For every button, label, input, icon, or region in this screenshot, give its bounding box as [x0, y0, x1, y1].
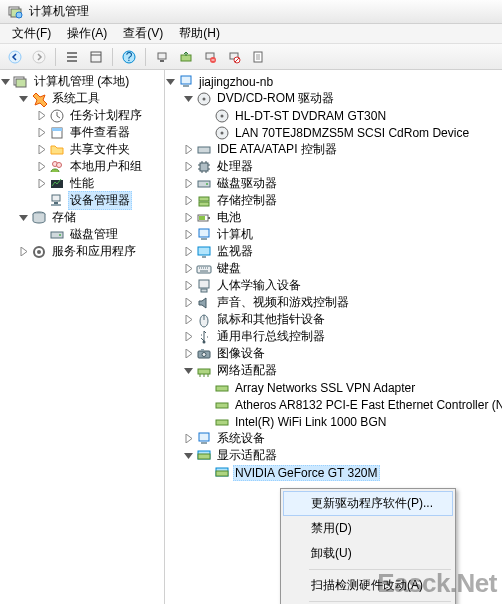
ctx-uninstall[interactable]: 卸载(U) — [283, 541, 453, 566]
back-button[interactable] — [4, 46, 26, 68]
tree-label: Array Networks SSL VPN Adapter — [233, 380, 417, 396]
disk-icon — [49, 227, 65, 243]
ctx-disable[interactable]: 禁用(D) — [283, 516, 453, 541]
up-button[interactable] — [61, 46, 83, 68]
nic-icon — [214, 397, 230, 413]
dev-battery[interactable]: 电池 — [165, 209, 502, 226]
tree-device-manager[interactable]: 设备管理器 — [0, 192, 164, 209]
network-icon — [196, 363, 212, 379]
dev-disk[interactable]: 磁盘驱动器 — [165, 175, 502, 192]
svg-text:?: ? — [126, 50, 133, 64]
storage-icon — [31, 210, 47, 226]
monitor-icon — [196, 244, 212, 260]
svg-rect-26 — [51, 204, 61, 206]
scan-button[interactable] — [151, 46, 173, 68]
svg-point-4 — [33, 51, 45, 63]
dev-monitor[interactable]: 监视器 — [165, 243, 502, 260]
tree-services[interactable]: 服务和应用程序 — [0, 243, 164, 260]
tree-root[interactable]: 计算机管理 (本地) — [0, 73, 164, 90]
svg-rect-53 — [197, 266, 211, 273]
svg-point-22 — [57, 162, 62, 167]
tree-label: Intel(R) WiFi Link 1000 BGN — [233, 414, 388, 430]
dev-keyboard[interactable]: 键盘 — [165, 260, 502, 277]
cpu-icon — [196, 159, 212, 175]
uninstall-button[interactable] — [199, 46, 221, 68]
dev-imaging[interactable]: 图像设备 — [165, 345, 502, 362]
svg-point-2 — [16, 12, 22, 18]
usb-icon — [196, 329, 212, 345]
dev-system[interactable]: 系统设备 — [165, 430, 502, 447]
ctx-update-driver[interactable]: 更新驱动程序软件(P)... — [283, 491, 453, 516]
dev-dvd-2[interactable]: LAN 70TEJ8DMZS5M SCSI CdRom Device — [165, 124, 502, 141]
tree-task-scheduler[interactable]: 任务计划程序 — [0, 107, 164, 124]
tree-label: 服务和应用程序 — [50, 242, 138, 261]
update-driver-button[interactable] — [175, 46, 197, 68]
management-tree[interactable]: 计算机管理 (本地) 系统工具 任务计划程序 事件查看器 共享文件夹 本地用户和… — [0, 73, 164, 260]
dev-mouse[interactable]: 鼠标和其他指针设备 — [165, 311, 502, 328]
svg-rect-61 — [198, 369, 210, 374]
dev-net-1[interactable]: Array Networks SSL VPN Adapter — [165, 379, 502, 396]
dev-storage-ctrl[interactable]: 存储控制器 — [165, 192, 502, 209]
dev-computer[interactable]: 计算机 — [165, 226, 502, 243]
dev-net-3[interactable]: Intel(R) WiFi Link 1000 BGN — [165, 413, 502, 430]
tree-event-viewer[interactable]: 事件查看器 — [0, 124, 164, 141]
separator — [145, 48, 146, 66]
dev-cpu[interactable]: 处理器 — [165, 158, 502, 175]
svg-rect-45 — [199, 202, 209, 206]
details-button[interactable] — [85, 46, 107, 68]
svg-rect-70 — [216, 471, 228, 476]
menu-view[interactable]: 查看(V) — [115, 23, 171, 44]
tree-system-tools[interactable]: 系统工具 — [0, 90, 164, 107]
forward-button[interactable] — [28, 46, 50, 68]
left-pane: 计算机管理 (本地) 系统工具 任务计划程序 事件查看器 共享文件夹 本地用户和… — [0, 70, 165, 604]
right-pane: jiajingzhou-nb DVD/CD-ROM 驱动器 HL-DT-ST D… — [165, 70, 502, 604]
dev-display[interactable]: 显示适配器 — [165, 447, 502, 464]
dev-hid[interactable]: 人体学输入设备 — [165, 277, 502, 294]
tree-storage[interactable]: 存储 — [0, 209, 164, 226]
dev-sound[interactable]: 声音、视频和游戏控制器 — [165, 294, 502, 311]
dev-network[interactable]: 网络适配器 — [165, 362, 502, 379]
svg-point-29 — [59, 234, 61, 236]
event-icon — [49, 125, 65, 141]
tree-label: jiajingzhou-nb — [197, 74, 275, 90]
users-icon — [49, 159, 65, 175]
menubar: 文件(F) 操作(A) 查看(V) 帮助(H) — [0, 24, 502, 44]
svg-rect-25 — [54, 202, 58, 204]
svg-rect-48 — [199, 216, 205, 220]
dev-dvd[interactable]: DVD/CD-ROM 驱动器 — [165, 90, 502, 107]
svg-rect-64 — [216, 420, 228, 425]
tree-label: 显示适配器 — [215, 446, 279, 465]
dev-gpu[interactable]: NVIDIA GeForce GT 320M — [165, 464, 502, 481]
menu-file[interactable]: 文件(F) — [4, 23, 59, 44]
svg-point-39 — [221, 131, 224, 134]
tree-performance[interactable]: 性能 — [0, 175, 164, 192]
computer-mgmt-icon — [13, 74, 29, 90]
disable-button[interactable] — [223, 46, 245, 68]
properties-button[interactable] — [247, 46, 269, 68]
tree-label: NVIDIA GeForce GT 320M — [233, 465, 380, 481]
tree-local-users[interactable]: 本地用户和组 — [0, 158, 164, 175]
svg-rect-42 — [198, 181, 210, 187]
svg-rect-8 — [158, 53, 166, 59]
menu-help[interactable]: 帮助(H) — [171, 23, 228, 44]
menu-action[interactable]: 操作(A) — [59, 23, 115, 44]
performance-icon — [49, 176, 65, 192]
gpu-icon — [214, 465, 230, 481]
watermark: Easck.Net — [377, 568, 497, 599]
tree-shared-folders[interactable]: 共享文件夹 — [0, 141, 164, 158]
help-button[interactable]: ? — [118, 46, 140, 68]
dev-ide[interactable]: IDE ATA/ATAPI 控制器 — [165, 141, 502, 158]
dev-root[interactable]: jiajingzhou-nb — [165, 73, 502, 90]
tree-disk-mgmt[interactable]: 磁盘管理 — [0, 226, 164, 243]
dev-usb[interactable]: 通用串行总线控制器 — [165, 328, 502, 345]
device-tree[interactable]: jiajingzhou-nb DVD/CD-ROM 驱动器 HL-DT-ST D… — [165, 73, 502, 481]
svg-rect-49 — [199, 229, 209, 237]
tree-label: DVD/CD-ROM 驱动器 — [215, 89, 336, 108]
svg-rect-20 — [52, 128, 62, 131]
dev-dvd-1[interactable]: HL-DT-ST DVDRAM GT30N — [165, 107, 502, 124]
svg-rect-66 — [201, 442, 207, 444]
dev-net-2[interactable]: Atheros AR8132 PCI-E Fast Ethernet Contr… — [165, 396, 502, 413]
svg-rect-68 — [198, 454, 210, 459]
dvd-icon — [214, 108, 230, 124]
svg-rect-60 — [201, 349, 204, 351]
